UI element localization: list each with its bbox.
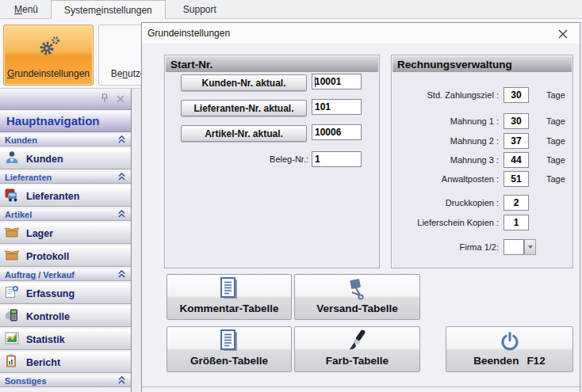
versand-tabelle-label: Versand-Tabelle: [316, 303, 398, 314]
beleg-nr-input[interactable]: [312, 151, 362, 167]
farb-tabelle-button[interactable]: Farb-Tabelle: [294, 326, 420, 372]
sidebar-item-statistik-label: Statistik: [26, 334, 65, 345]
mahnung2-suffix: Tage: [546, 136, 565, 146]
mahnung1-suffix: Tage: [546, 116, 565, 126]
anwaltposten-input[interactable]: [504, 171, 529, 187]
groessen-tabelle-label: Größen-Tabelle: [190, 355, 268, 367]
anwaltposten-label: Anwaltposten :: [397, 174, 499, 184]
artikel-nr-aktual-button[interactable]: Artikel-Nr. aktual.: [181, 125, 307, 142]
tab-support[interactable]: Support: [170, 0, 229, 18]
sidebar-item-lieferanten[interactable]: Lieferanten: [0, 185, 131, 207]
power-icon: [500, 327, 520, 355]
grundeinstellungen-ribbon-button[interactable]: Grundeinstellungen: [3, 25, 94, 86]
zahlungsziel-suffix: Tage: [546, 90, 565, 100]
mahnung3-input[interactable]: [504, 152, 529, 168]
beleg-nr-label: Beleg-Nr.:: [205, 154, 308, 164]
kommentar-tabelle-button[interactable]: Kommentar-Tabelle: [167, 274, 292, 320]
rechnungsverwaltung-header: Rechnungsverwaltung: [392, 56, 572, 72]
tab-menu-label-post: enü: [22, 4, 38, 15]
lieferanten-nr-aktual-button[interactable]: Lieferanten-Nr. aktual.: [181, 100, 307, 116]
customers-icon: [4, 150, 20, 168]
box-icon: [4, 247, 20, 265]
mahnung2-input[interactable]: [504, 133, 529, 149]
artikel-nr-input[interactable]: [312, 124, 362, 140]
sidebar-item-kontrolle-label: Kontrolle: [26, 311, 70, 322]
tab-system-label-pre: System: [64, 5, 96, 16]
dialog-footer-divider: [142, 386, 580, 387]
lieferschein-kopien-label: Lieferschein Kopien :: [397, 218, 499, 227]
nav-group-sonstiges-label: Sonstiges: [5, 376, 47, 386]
nav-group-artikel-label: Artikel: [5, 210, 32, 219]
box-icon: [4, 224, 20, 242]
sidebar-item-protokoll-label: Protokoll: [26, 251, 69, 262]
nav-group-sonstiges[interactable]: Sonstiges: [0, 375, 131, 387]
beenden-button[interactable]: BeendenF12: [446, 326, 573, 372]
firma-label: Firma 1/2:: [397, 242, 499, 252]
calculator-icon: [4, 307, 20, 325]
sidebar-item-kunden[interactable]: Kunden: [0, 148, 131, 169]
versand-tabelle-button[interactable]: Versand-Tabelle: [294, 274, 420, 320]
nav-group-auftrag-verkauf[interactable]: Auftrag / Verkauf: [0, 269, 131, 281]
lieferanten-nr-input[interactable]: [312, 99, 362, 115]
sidebar-item-protokoll[interactable]: Protokoll: [0, 245, 131, 267]
app-window: Menü Systemeinstellungen Support Grundei…: [0, 0, 582, 392]
close-pane-icon[interactable]: [117, 92, 124, 106]
mahnung3-label: Mahnung 3 :: [397, 155, 499, 165]
groessen-tabelle-button[interactable]: Größen-Tabelle: [167, 326, 292, 372]
mahnung2-label: Mahnung 2 :: [397, 136, 499, 146]
tab-menu[interactable]: Menü: [2, 0, 51, 18]
beenden-label: BeendenF12: [473, 355, 545, 367]
ribbon-tab-bar: Menü Systemeinstellungen Support: [0, 0, 582, 19]
druckkopien-input[interactable]: [504, 195, 529, 211]
kunden-nr-input[interactable]: [312, 74, 362, 89]
tab-menu-label-mnemonic: M: [14, 4, 22, 15]
lieferschein-kopien-input[interactable]: [504, 215, 529, 230]
kunden-nr-aktual-button[interactable]: Kunden-Nr. aktual.: [181, 74, 307, 91]
druckkopien-label: Druckkopien :: [397, 198, 499, 207]
chart-icon: [4, 330, 20, 348]
chevron-down-icon: [528, 245, 533, 249]
list-document-icon: [217, 275, 241, 303]
chevron-collapse-icon: [117, 173, 126, 182]
chevron-collapse-icon: [117, 210, 126, 219]
tab-system-label-post: instellungen: [101, 5, 152, 16]
pin-icon[interactable]: [101, 92, 109, 106]
nav-group-lieferanten[interactable]: Lieferanten: [0, 172, 131, 184]
firma-dropdown-button[interactable]: [524, 239, 536, 255]
zahlungsziel-label: Std. Zahlungsziel :: [397, 90, 499, 100]
mahnung1-input[interactable]: [504, 113, 529, 129]
firma-combobox-field[interactable]: [504, 239, 524, 255]
paintbrush-icon: [343, 327, 372, 355]
sidebar-title: Hauptnavigation: [0, 110, 131, 132]
sidebar: Hauptnavigation Kunden Kunden Lieferante…: [0, 89, 132, 392]
chevron-collapse-icon: [117, 376, 126, 386]
sidebar-item-erfassung-label: Erfassung: [26, 288, 75, 299]
sidebar-pane-titlebar: [0, 89, 131, 110]
grundeinstellungen-button-label: Grundeinstellungen: [7, 68, 90, 79]
nav-group-auftrag-label: Auftrag / Verkauf: [5, 270, 75, 280]
text-caret: [315, 77, 316, 87]
chevron-collapse-icon: [117, 270, 126, 280]
sidebar-item-erfassung[interactable]: Erfassung: [0, 283, 131, 304]
nav-group-artikel[interactable]: Artikel: [0, 209, 131, 221]
nav-group-kunden-label: Kunden: [5, 135, 37, 145]
sidebar-item-kontrolle[interactable]: Kontrolle: [0, 306, 131, 327]
document-plus-icon: [4, 284, 20, 303]
tab-systemeinstellungen[interactable]: Systemeinstellungen: [51, 0, 166, 19]
grundeinstellungen-dialog: Grundeinstellungen Start-Nr. Kunden-Nr. …: [141, 22, 580, 392]
chevron-collapse-icon: [117, 135, 126, 145]
truck-icon: [4, 187, 20, 205]
sidebar-item-statistik[interactable]: Statistik: [0, 329, 131, 350]
sidebar-item-bericht[interactable]: Bericht: [0, 352, 131, 373]
sidebar-item-kunden-label: Kunden: [26, 154, 63, 165]
nav-group-kunden[interactable]: Kunden: [0, 135, 131, 147]
list-document-icon: [217, 327, 241, 355]
sidebar-item-lager[interactable]: Lager: [0, 223, 131, 244]
zahlungsziel-input[interactable]: [504, 87, 529, 103]
mahnung3-suffix: Tage: [546, 155, 565, 165]
tab-system-label-mnemonic: e: [96, 5, 101, 16]
close-icon[interactable]: [556, 27, 570, 41]
nav-group-lieferanten-label: Lieferanten: [5, 173, 52, 182]
sidebar-item-lieferanten-label: Lieferanten: [26, 191, 79, 202]
handtruck-icon: [344, 275, 371, 303]
